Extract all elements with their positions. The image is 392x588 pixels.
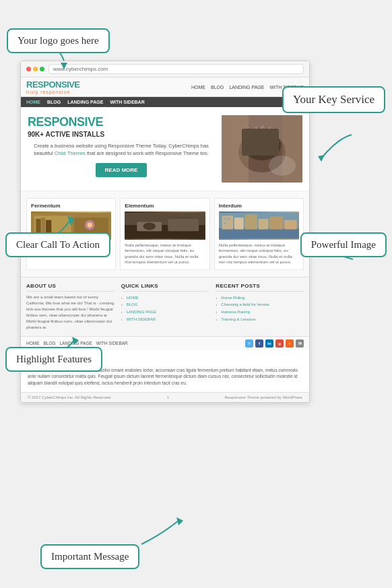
feature-card-2: Elementum Nulla pellentesque, metus at t… [120, 198, 209, 270]
hero-section: RESPONSIVE 90K+ ACTIVE INSTALLS Create a… [21, 107, 309, 191]
quicklinks-list: HOME BLOG LANDING PAGE WITH SIDEBAR [121, 294, 209, 323]
quicklinks-widget: QUICK LINKS HOME BLOG LANDING PAGE WITH … [121, 283, 209, 331]
svg-marker-31 [61, 63, 67, 69]
svg-point-19 [143, 222, 156, 230]
nav-blog[interactable]: BLOG [211, 85, 224, 90]
svg-rect-30 [224, 222, 226, 224]
main-nav-bar: HOME BLOG LANDING PAGE WITH SIDEBAR [21, 97, 309, 107]
rss-icon[interactable]: r [286, 339, 294, 348]
keyservice-callout: Your Key Service [282, 86, 385, 113]
svg-rect-24 [244, 214, 257, 229]
feature-title-1: Fermentum [31, 203, 111, 209]
svg-rect-18 [168, 219, 199, 231]
important-arrow [135, 511, 189, 548]
nav-landing[interactable]: LANDING PAGE [229, 85, 264, 90]
svg-rect-26 [269, 216, 283, 229]
mainnav-sidebar[interactable]: WITH SIDEBAR [110, 100, 144, 104]
cta-callout: Clear Call To Action [5, 232, 110, 257]
site-logo: RESPONSIVE truly responsive [26, 79, 80, 94]
hero-image [222, 115, 302, 183]
svg-rect-6 [282, 115, 302, 183]
svg-rect-22 [222, 216, 233, 229]
site-footer: © 2017 CyberChimps Inc. All Rights Reser… [21, 392, 309, 402]
copyright: © 2017 CyberChimps Inc. All Rights Reser… [28, 395, 111, 399]
social-icons: f f in g r ✉ [245, 339, 304, 348]
close-dot [26, 67, 31, 71]
hero-text-area: RESPONSIVE 90K+ ACTIVE INSTALLS Create a… [28, 115, 215, 183]
mainnav-landing[interactable]: LANDING PAGE [67, 100, 103, 104]
footer-widgets: ABOUT US We are a small team based out o… [21, 277, 309, 336]
twitter-icon[interactable]: f [245, 339, 253, 348]
read-more-button[interactable]: READ MORE [96, 163, 148, 177]
logo-text: RESPONSIVE [26, 79, 80, 90]
svg-point-3 [249, 135, 275, 154]
logo-callout: Your logo goes here [7, 28, 110, 53]
recentposts-list: Horse Riding Choosing a field for horses… [216, 294, 304, 323]
address-bar: www.cyberchimps.com [48, 64, 304, 74]
powered-by: Responsive Theme powered by WordPress [224, 395, 302, 399]
svg-rect-25 [258, 219, 268, 230]
image-callout: Powerful Image [300, 232, 387, 257]
feature-text-3: Nulla pellentesque, metus at tristique f… [219, 242, 299, 265]
post-3[interactable]: Harness Racing [216, 308, 304, 316]
quicklink-sidebar[interactable]: WITH SIDEBAR [121, 316, 209, 323]
googleplus-icon[interactable]: g [275, 339, 284, 348]
hero-brand: RESPONSIVE [28, 115, 215, 129]
quicklink-blog[interactable]: BLOG [121, 301, 209, 308]
features-callout: Highlight Features [5, 347, 102, 372]
svg-point-2 [243, 131, 281, 160]
svg-point-4 [252, 137, 272, 151]
child-themes-link[interactable]: Child Themes [55, 150, 86, 156]
feature-title-2: Elementum [125, 203, 205, 209]
page-number: 1 [167, 395, 169, 399]
mainnav-home[interactable]: HOME [26, 100, 40, 104]
feature-title-3: Interdum [219, 203, 299, 209]
post-4[interactable]: Training & Lessons [216, 316, 304, 323]
feature-image-2 [125, 211, 205, 240]
svg-marker-35 [72, 337, 79, 345]
about-widget: ABOUT US We are a small team based out o… [26, 283, 115, 331]
site-header: RESPONSIVE truly responsive HOME BLOG LA… [21, 77, 309, 97]
svg-rect-5 [222, 115, 249, 183]
post-1[interactable]: Horse Riding [216, 294, 304, 302]
feature-text-2: Nulla pellentesque, metus at tristique f… [125, 242, 205, 265]
email-icon[interactable]: ✉ [296, 339, 304, 348]
hero-installs: 90K+ ACTIVE INSTALLS [28, 131, 215, 138]
svg-rect-27 [284, 220, 296, 230]
svg-rect-21 [219, 228, 299, 239]
facebook-icon[interactable]: f [255, 339, 263, 348]
svg-marker-32 [318, 155, 325, 162]
feature-image-3 [219, 211, 299, 240]
svg-marker-36 [176, 517, 183, 525]
hero-image-svg [222, 115, 302, 183]
footer-sidebar[interactable]: WITH SIDEBAR [96, 341, 128, 346]
logo-subtitle: truly responsive [26, 90, 80, 94]
svg-point-14 [88, 222, 92, 227]
post-2[interactable]: Choosing a field for horses [216, 301, 304, 308]
svg-rect-29 [228, 218, 230, 220]
hero-description: Create a business website using Responsi… [28, 142, 215, 158]
svg-rect-28 [224, 218, 226, 220]
svg-marker-33 [67, 216, 74, 226]
recentposts-widget: RECENT POSTS Horse Riding Choosing a fie… [216, 283, 304, 331]
linkedin-icon[interactable]: in [265, 339, 273, 348]
svg-rect-23 [234, 218, 244, 229]
quicklinks-widget-title: QUICK LINKS [121, 283, 209, 292]
important-callout: Important Message [40, 544, 139, 569]
recentposts-widget-title: RECENT POSTS [216, 283, 304, 292]
about-widget-text: We are a small team based out of sunny C… [26, 294, 115, 331]
keyservice-arrow [311, 128, 358, 168]
quicklink-home[interactable]: HOME [121, 294, 209, 302]
feature-card-3: Interdum [214, 198, 304, 270]
quicklink-landing[interactable]: LANDING PAGE [121, 308, 209, 316]
about-widget-title: ABOUT US [26, 283, 115, 292]
mainnav-blog[interactable]: BLOG [47, 100, 61, 104]
nav-home[interactable]: HOME [191, 85, 205, 90]
